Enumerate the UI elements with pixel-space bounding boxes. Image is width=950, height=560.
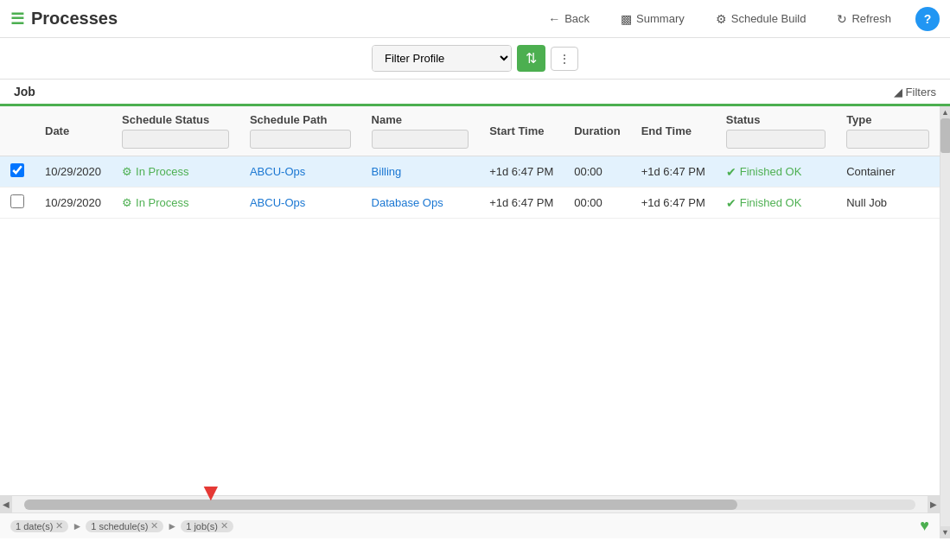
back-button[interactable]: ← Back <box>541 9 596 29</box>
row-type: Container <box>836 156 940 188</box>
schedule-status-filter-input[interactable] <box>122 130 229 149</box>
col-start-time: Start Time <box>479 106 564 156</box>
type-filter-input[interactable] <box>846 130 929 149</box>
row-date: 10/29/2020 <box>35 188 112 219</box>
schedule-build-button[interactable]: ⚙ Schedule Build <box>709 9 813 29</box>
row-name: Billing <box>361 156 480 188</box>
row-checkbox-cell <box>0 156 35 188</box>
date-filter-tag: 1 date(s) ✕ <box>10 520 68 532</box>
scroll-left-button[interactable]: ◀ <box>0 496 12 513</box>
refresh-icon: ↻ <box>837 12 847 26</box>
job-label: Job <box>14 85 35 99</box>
status-label: Finished OK <box>740 196 802 209</box>
date-filter-remove[interactable]: ✕ <box>55 521 63 531</box>
filter-profile-select[interactable]: Filter Profile <box>373 46 511 71</box>
hamburger-icon[interactable]: ☰ <box>10 10 24 29</box>
filter-more-button[interactable]: ⋮ <box>551 47 578 71</box>
header-title-area: ☰ Processes <box>10 9 541 29</box>
row-checkbox-cell <box>0 188 35 219</box>
row-start-time: +1d 6:47 PM <box>479 156 564 188</box>
v-scroll-track <box>940 118 951 526</box>
arrow-sep-2: ► <box>167 520 177 532</box>
col-name: Name <box>361 106 480 156</box>
col-schedule-path: Schedule Path <box>239 106 361 156</box>
table-row: 10/29/2020⚙In ProcessABCU-OpsBilling+1d … <box>0 156 940 188</box>
col-end-time: End Time <box>631 106 716 156</box>
scroll-thumb[interactable] <box>24 500 737 510</box>
name-link[interactable]: Billing <box>372 165 402 178</box>
schedule-filter-tag: 1 schedule(s) ✕ <box>86 520 163 532</box>
filter-refresh-icon: ⇅ <box>526 50 537 67</box>
refresh-button[interactable]: ↻ Refresh <box>830 9 898 29</box>
gear-icon: ⚙ <box>122 196 132 209</box>
job-filter-remove[interactable]: ✕ <box>220 521 228 531</box>
schedule-path-link[interactable]: ABCU-Ops <box>250 196 305 209</box>
scroll-right-button[interactable]: ▶ <box>928 496 940 513</box>
v-scroll-down-button[interactable]: ▼ <box>940 526 951 538</box>
main-area: Date Schedule Status Schedule Path Name <box>0 106 950 538</box>
schedule-filter-remove[interactable]: ✕ <box>150 521 158 531</box>
row-name: Database Ops <box>361 188 480 219</box>
back-icon: ← <box>548 12 560 26</box>
row-duration: 00:00 <box>564 156 630 188</box>
schedule-status-label: In Process <box>136 196 188 209</box>
col-date: Date <box>35 106 112 156</box>
gear-icon: ⚙ <box>122 165 132 178</box>
scroll-track <box>24 500 915 510</box>
filter-more-icon: ⋮ <box>558 52 571 66</box>
row-checkbox[interactable] <box>10 163 24 177</box>
schedule-path-link[interactable]: ABCU-Ops <box>250 165 305 178</box>
header-actions: ← Back ▩ Summary ⚙ Schedule Build ↻ Refr… <box>541 7 940 31</box>
status-filter-input[interactable] <box>726 130 826 149</box>
row-schedule-status: ⚙In Process <box>112 156 239 188</box>
horizontal-scrollbar: ◀ ▶ ▼ <box>0 495 940 512</box>
filter-funnel-icon: ◢ <box>894 86 902 99</box>
summary-icon: ▩ <box>621 12 632 26</box>
v-scroll-up-button[interactable]: ▲ <box>940 106 951 118</box>
col-type: Type <box>836 106 940 156</box>
col-status: Status <box>716 106 836 156</box>
row-status: ✔Finished OK <box>716 188 836 219</box>
help-button[interactable]: ? <box>915 7 940 31</box>
row-type: Null Job <box>836 188 940 219</box>
check-circle-icon: ✔ <box>726 165 736 179</box>
breadcrumb-filters: 1 date(s) ✕ ► 1 schedule(s) ✕ ► 1 job(s)… <box>10 520 233 532</box>
v-scroll-thumb[interactable] <box>940 118 951 153</box>
help-icon: ? <box>924 12 932 26</box>
filter-bar: Filter Profile ⇅ ⋮ <box>0 38 950 80</box>
row-schedule-path: ABCU-Ops <box>239 188 361 219</box>
job-bar: Job ◢ Filters <box>0 80 950 106</box>
filter-refresh-button[interactable]: ⇅ <box>517 45 545 72</box>
summary-button[interactable]: ▩ Summary <box>614 9 692 29</box>
bottom-bar: 1 date(s) ✕ ► 1 schedule(s) ✕ ► 1 job(s)… <box>0 512 940 538</box>
table-header-row: Date Schedule Status Schedule Path Name <box>0 106 940 156</box>
processes-table: Date Schedule Status Schedule Path Name <box>0 106 940 219</box>
monitor-icon: ♥ <box>920 517 929 535</box>
row-duration: 00:00 <box>564 188 630 219</box>
row-status: ✔Finished OK <box>716 156 836 188</box>
status-label: Finished OK <box>740 165 802 178</box>
content-area: Date Schedule Status Schedule Path Name <box>0 106 940 538</box>
table-container[interactable]: Date Schedule Status Schedule Path Name <box>0 106 940 495</box>
header: ☰ Processes ← Back ▩ Summary ⚙ Schedule … <box>0 0 950 38</box>
vertical-scrollbar: ▲ ▼ <box>940 106 950 538</box>
arrow-sep-1: ► <box>72 520 82 532</box>
row-date: 10/29/2020 <box>35 156 112 188</box>
schedule-filter-label: 1 schedule(s) <box>91 521 148 531</box>
check-circle-icon: ✔ <box>726 196 736 210</box>
row-end-time: +1d 6:47 PM <box>631 188 716 219</box>
name-filter-input[interactable] <box>372 130 469 149</box>
page-title: Processes <box>31 9 118 29</box>
date-filter-label: 1 date(s) <box>16 521 53 531</box>
row-end-time: +1d 6:47 PM <box>631 156 716 188</box>
col-checkbox <box>0 106 35 156</box>
schedule-path-filter-input[interactable] <box>250 130 351 149</box>
filters-button[interactable]: ◢ Filters <box>894 86 936 99</box>
row-schedule-status: ⚙In Process <box>112 188 239 219</box>
name-link[interactable]: Database Ops <box>372 196 443 209</box>
row-checkbox[interactable] <box>10 194 24 208</box>
col-schedule-status: Schedule Status <box>112 106 239 156</box>
table-body: 10/29/2020⚙In ProcessABCU-OpsBilling+1d … <box>0 156 940 219</box>
table-row: 10/29/2020⚙In ProcessABCU-OpsDatabase Op… <box>0 188 940 219</box>
schedule-build-icon: ⚙ <box>716 12 727 26</box>
